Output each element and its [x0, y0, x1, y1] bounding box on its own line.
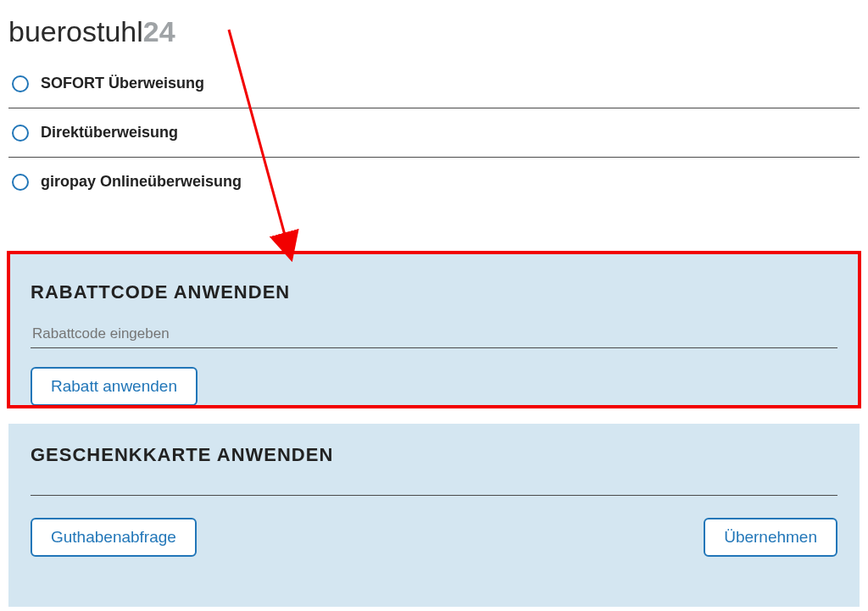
- apply-gift-button[interactable]: Übernehmen: [704, 518, 837, 557]
- apply-rabatt-button[interactable]: Rabatt anwenden: [31, 367, 198, 406]
- payment-options: SOFORT Überweisung Direktüberweisung gir…: [8, 59, 860, 206]
- payment-label: giropay Onlineüberweisung: [41, 173, 242, 191]
- payment-option-sofort[interactable]: SOFORT Überweisung: [8, 59, 860, 108]
- gift-button-row: Guthabenabfrage Übernehmen: [31, 518, 837, 557]
- rabattcode-panel: RABATTCODE ANWENDEN Rabatt anwenden: [8, 253, 860, 407]
- balance-check-button[interactable]: Guthabenabfrage: [31, 518, 197, 557]
- rabattcode-title: RABATTCODE ANWENDEN: [31, 281, 837, 303]
- payment-option-direkt[interactable]: Direktüberweisung: [8, 108, 860, 157]
- logo-text-1: buerostuhl: [8, 15, 143, 47]
- payment-option-giropay[interactable]: giropay Onlineüberweisung: [8, 158, 860, 206]
- geschenkkarte-panel: GESCHENKKARTE ANWENDEN Guthabenabfrage Ü…: [8, 424, 860, 607]
- rabattcode-input[interactable]: [31, 320, 837, 348]
- radio-icon[interactable]: [12, 75, 29, 92]
- radio-icon[interactable]: [12, 174, 29, 191]
- payment-label: SOFORT Überweisung: [41, 75, 204, 92]
- payment-label: Direktüberweisung: [41, 124, 178, 142]
- radio-icon[interactable]: [12, 125, 29, 142]
- logo-text-2: 24: [143, 15, 175, 47]
- geschenkkarte-title: GESCHENKKARTE ANWENDEN: [31, 444, 837, 466]
- divider: [31, 495, 837, 496]
- logo: buerostuhl24: [8, 15, 175, 48]
